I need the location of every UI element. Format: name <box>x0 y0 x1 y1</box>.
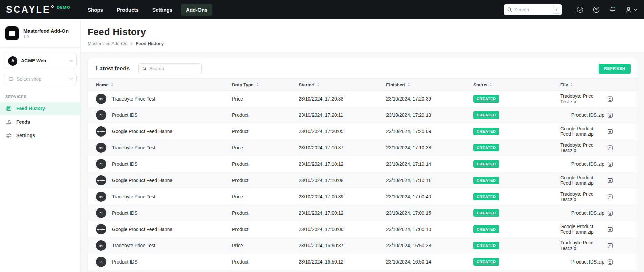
feed-data-type: Price <box>232 243 299 248</box>
feed-data-type: Product <box>232 210 299 216</box>
download-icon[interactable] <box>607 210 613 216</box>
table-header: Name Data Type Started Finished Status F… <box>88 79 638 91</box>
scayle-logo[interactable]: SCAYLE DEMO <box>6 5 70 14</box>
sidebar-item-label: Feed History <box>16 106 45 111</box>
globe-icon <box>8 76 14 82</box>
download-icon[interactable] <box>607 243 613 249</box>
feed-finished-timestamp: 23/10/2024, 17:20:13 <box>386 112 473 118</box>
table-row[interactable]: GPFH Google Product Feed Hanna Product 2… <box>88 172 638 188</box>
feed-started-timestamp: 23/10/2024, 17:00:39 <box>299 194 386 199</box>
download-icon[interactable] <box>607 129 613 134</box>
feed-data-type: Product <box>232 226 299 232</box>
download-icon[interactable] <box>607 226 613 232</box>
feed-name: Google Product Feed Hanna <box>112 129 172 134</box>
addon-logo-icon <box>5 26 19 40</box>
download-icon[interactable] <box>607 112 613 118</box>
demo-badge: DEMO <box>57 5 70 10</box>
global-search-input[interactable] <box>514 7 553 12</box>
services-section-label: SERVICES <box>5 95 80 99</box>
shop-selector-placeholder: Select shop <box>17 76 69 82</box>
feed-started-timestamp: 23/10/2024, 17:00:12 <box>299 210 386 216</box>
account-user-icon <box>625 6 632 13</box>
column-header-data-type[interactable]: Data Type <box>232 82 299 87</box>
column-header-started[interactable]: Started <box>299 82 386 87</box>
feed-name: Product IDS <box>112 259 137 265</box>
settings-sliders-icon <box>6 132 12 139</box>
refresh-button[interactable]: REFRESH <box>599 64 631 74</box>
content-area: Latest feeds REFRESH Name Data Type Star… <box>81 52 644 272</box>
table-row[interactable]: TPT Tradebyte Price Test Price 23/10/202… <box>88 188 638 205</box>
feed-data-type: Product <box>232 129 299 134</box>
table-row[interactable]: PI Product IDS Product 23/10/2024, 17:10… <box>88 156 638 172</box>
feed-name: Tradebyte Price Test <box>112 96 155 102</box>
logo-text: SCAYLE <box>6 5 51 14</box>
feed-finished-timestamp: 23/10/2024, 17:00:40 <box>386 194 473 199</box>
nav-item-settings[interactable]: Settings <box>147 4 177 16</box>
download-icon[interactable] <box>607 96 613 102</box>
sidebar: Masterfeed Add-On 1.0 A ACME Web Select … <box>0 19 81 272</box>
help-icon[interactable] <box>592 6 600 14</box>
addon-version: 1.0 <box>23 35 69 39</box>
addon-header: Masterfeed Add-On 1.0 <box>0 19 80 47</box>
feed-name: Tradebyte Price Test <box>112 243 155 248</box>
nav-item-products[interactable]: Products <box>112 4 144 16</box>
column-header-name[interactable]: Name <box>96 82 232 87</box>
feed-file-name: Product IDS.zip <box>571 259 604 265</box>
table-row[interactable]: PI Product IDS Product 23/10/2024, 16:50… <box>88 254 638 270</box>
nav-item-add-ons[interactable]: Add-Ons <box>181 4 212 16</box>
notifications-bell-icon[interactable] <box>609 6 616 14</box>
activity-check-icon[interactable] <box>576 6 584 14</box>
status-badge: CREATED <box>473 193 499 200</box>
table-row[interactable]: TPT Tradebyte Price Test Price 23/10/202… <box>88 91 638 107</box>
table-row[interactable]: GPFH Google Product Feed Hanna Product 2… <box>88 221 638 237</box>
chevron-down-icon <box>69 78 73 80</box>
feed-file-name: Tradebyte Price Test.zip <box>560 240 604 251</box>
page-title: Feed History <box>88 26 644 37</box>
feed-finished-timestamp: 23/10/2024, 17:00:15 <box>386 210 473 216</box>
feed-data-type: Product <box>232 259 299 265</box>
table-row[interactable]: PI Product IDS Product 23/10/2024, 17:00… <box>88 205 638 221</box>
clipped-next-row <box>88 270 638 272</box>
main-content: Feed History Masterfeed Add-On Feed Hist… <box>81 19 644 272</box>
sidebar-item-settings[interactable]: Settings <box>0 129 80 142</box>
feed-name: Product IDS <box>112 161 137 167</box>
feeds-search-input[interactable] <box>149 66 198 71</box>
column-header-file[interactable]: File <box>560 82 638 87</box>
download-icon[interactable] <box>607 161 613 167</box>
sidebar-item-feed-history[interactable]: Feed History <box>0 102 80 115</box>
status-badge: CREATED <box>473 258 499 266</box>
feeds-sitemap-icon <box>6 119 12 125</box>
feed-started-timestamp: 23/10/2024, 17:20:11 <box>299 112 386 118</box>
table-row[interactable]: PI Product IDS Product 23/10/2024, 17:20… <box>88 107 638 123</box>
feed-started-timestamp: 23/10/2024, 17:10:08 <box>299 178 386 183</box>
breadcrumb-parent[interactable]: Masterfeed Add-On <box>88 41 127 46</box>
column-header-status[interactable]: Status <box>473 82 560 87</box>
feed-data-type: Price <box>232 194 299 199</box>
global-search[interactable]: / <box>504 4 562 15</box>
feed-data-type: Product <box>232 112 299 118</box>
column-header-finished[interactable]: Finished <box>386 82 473 87</box>
feed-avatar: GPFH <box>96 175 106 185</box>
feed-data-type: Price <box>232 145 299 150</box>
status-badge: CREATED <box>473 111 499 119</box>
company-selector[interactable]: A ACME Web <box>4 53 77 69</box>
table-row[interactable]: GPFH Google Product Feed Hanna Product 2… <box>88 123 638 140</box>
download-icon[interactable] <box>607 259 613 265</box>
shop-selector[interactable]: Select shop <box>4 73 77 85</box>
feed-avatar: TPT <box>96 240 106 251</box>
feed-file-name: Tradebyte Price Test.zip <box>560 93 604 104</box>
feeds-search[interactable] <box>138 63 202 74</box>
download-icon[interactable] <box>607 145 613 151</box>
table-row[interactable]: TPT Tradebyte Price Test Price 23/10/202… <box>88 140 638 156</box>
account-menu[interactable] <box>625 6 637 13</box>
download-icon[interactable] <box>607 178 613 183</box>
feed-started-timestamp: 23/10/2024, 17:10:12 <box>299 161 386 167</box>
download-icon[interactable] <box>607 194 613 200</box>
table-row[interactable]: TPT Tradebyte Price Test Price 23/10/202… <box>88 237 638 254</box>
nav-item-shops[interactable]: Shops <box>82 4 108 16</box>
sidebar-item-feeds[interactable]: Feeds <box>0 115 80 129</box>
status-badge: CREATED <box>473 144 499 151</box>
sort-icon <box>407 83 410 87</box>
feed-avatar: TPT <box>96 143 106 153</box>
feed-history-icon <box>6 105 12 111</box>
